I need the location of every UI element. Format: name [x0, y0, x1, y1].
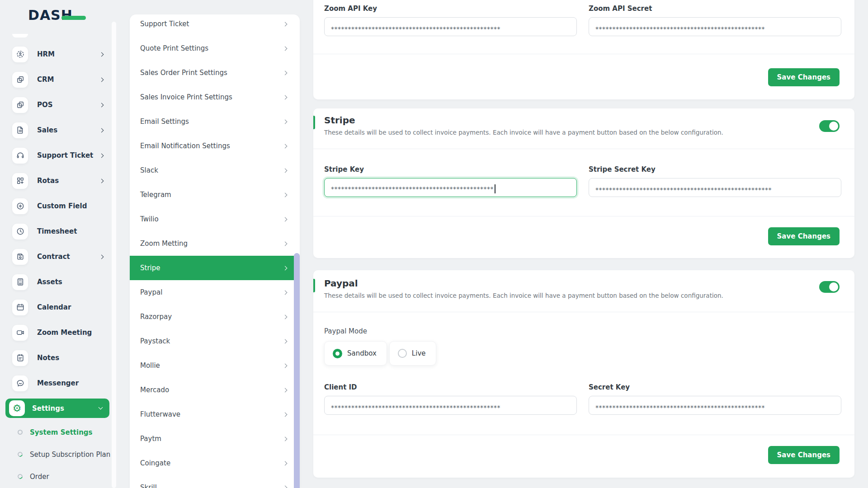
sidebar-item-label: CRM [37, 75, 100, 84]
sidebar-subitem-order[interactable]: Order [0, 465, 115, 488]
sidebar-item-sales[interactable]: Sales [0, 117, 115, 143]
settings-menu-item-flutterwave[interactable]: Flutterwave [130, 402, 300, 427]
settings-menu-item-zoom-metting[interactable]: Zoom Metting [130, 231, 300, 256]
sidebar-item-hrm[interactable]: HRM [0, 42, 115, 67]
menu-item-label: Stripe [140, 264, 160, 272]
chevron-right-icon [99, 77, 104, 82]
menu-item-label: Paytm [140, 435, 161, 443]
settings-menu-item-sales-order-print-settings[interactable]: Sales Order Print Settings [130, 61, 300, 85]
sidebar-item-contract[interactable]: Contract [0, 244, 115, 269]
paypal-settings-card: Paypal These details will be used to col… [313, 270, 854, 478]
settings-menu-item-slack[interactable]: Slack [130, 158, 300, 183]
masked-value: ****************************************… [331, 185, 494, 192]
settings-menu-item-telegram[interactable]: Telegram [130, 183, 300, 207]
sidebar-item-label: HRM [37, 50, 100, 58]
sidebar-item-label: Assets [37, 278, 103, 286]
bullet-icon [17, 451, 24, 458]
sidebar-item-assets[interactable]: Assets [0, 269, 115, 295]
settings-menu-item-email-notification-settings[interactable]: Email Notification Settings [130, 134, 300, 158]
settings-menu-item-twilio[interactable]: Twilio [130, 207, 300, 231]
chevron-right-icon [283, 436, 288, 441]
save-changes-button[interactable]: Save Changes [768, 227, 840, 245]
settings-menu-item-support-ticket[interactable]: Support Ticket [130, 14, 300, 36]
chevron-right-icon [283, 363, 288, 368]
chevron-right-icon [283, 70, 288, 75]
sidebar-item-calendar[interactable]: Calendar [0, 295, 115, 320]
sidebar-subitem-system-settings[interactable]: System Settings [0, 421, 115, 443]
circle-plus-icon [12, 198, 28, 214]
paypal-mode-live[interactable]: Live [389, 341, 436, 366]
field-label: Secret Key [589, 383, 841, 391]
paypal-secret-key-input[interactable] [589, 396, 841, 415]
menu-item-label: Twilio [140, 215, 159, 223]
toggle-knob [829, 282, 838, 291]
menu-item-label: Email Settings [140, 117, 189, 126]
save-changes-button[interactable]: Save Changes [768, 446, 840, 464]
card-title: Paypal [324, 278, 755, 289]
brand-logo[interactable]: DASH [0, 0, 115, 32]
chevron-right-icon [283, 485, 288, 488]
chevron-right-icon [99, 178, 104, 183]
zoom-fields: Zoom API Key Zoom API Secret [324, 5, 841, 36]
settings-menu-item-quote-print-settings[interactable]: Quote Print Settings [130, 36, 300, 61]
sidebar-item-crm[interactable]: CRM [0, 67, 115, 92]
menu-item-label: Mollie [140, 361, 160, 370]
zoom-api-secret-input[interactable] [589, 17, 841, 36]
save-changes-button[interactable]: Save Changes [768, 68, 840, 86]
stripe-settings-card: Stripe These details will be used to col… [313, 108, 854, 258]
menu-item-label: Slack [140, 166, 158, 174]
crm-icon [12, 72, 28, 88]
paypal-enabled-toggle[interactable] [819, 281, 840, 293]
chevron-right-icon [283, 266, 288, 270]
settings-menu-item-email-settings[interactable]: Email Settings [130, 109, 300, 134]
sidebar-item-notes[interactable]: Notes [0, 345, 115, 371]
sidebar-item-rotas[interactable]: Rotas [0, 168, 115, 193]
chevron-right-icon [99, 103, 104, 107]
sidebar-item-settings[interactable]: ⚙ Settings [5, 399, 109, 418]
stripe-key-input[interactable]: ****************************************… [324, 178, 577, 197]
radio-unselected-icon[interactable] [398, 349, 407, 358]
chat-bubble-icon [12, 375, 28, 391]
chevron-right-icon [283, 314, 288, 319]
bullet-icon [18, 430, 23, 435]
sidebar-item-support-ticket[interactable]: Support Ticket [0, 143, 115, 168]
paypal-mode-sandbox[interactable]: Sandbox [324, 341, 387, 366]
settings-menu-item-skrill[interactable]: Skrill [130, 475, 300, 488]
save-file-icon [12, 249, 28, 265]
settings-menu-item-stripe[interactable]: Stripe [130, 256, 300, 280]
settings-menu-item-paystack[interactable]: Paystack [130, 329, 300, 353]
sidebar-item-pos[interactable]: POS [0, 92, 115, 117]
chevron-right-icon [283, 461, 288, 465]
menu-item-label: Flutterwave [140, 410, 180, 418]
zoom-api-key-input[interactable] [324, 17, 577, 36]
radio-selected-icon[interactable] [333, 349, 342, 358]
paypal-client-id-input[interactable] [324, 396, 577, 415]
chevron-right-icon [99, 153, 104, 158]
menu-item-label: Quote Print Settings [140, 44, 208, 52]
settings-menu-item-coingate[interactable]: Coingate [130, 451, 300, 475]
gear-icon: ⚙ [9, 400, 25, 416]
settings-menu-item-sales-invoice-print-settings[interactable]: Sales Invoice Print Settings [130, 85, 300, 109]
stripe-enabled-toggle[interactable] [819, 120, 840, 132]
stripe-secret-key-input[interactable] [589, 178, 841, 197]
settings-menu-item-razorpay[interactable]: Razorpay [130, 305, 300, 329]
chevron-right-icon [283, 290, 288, 295]
sidebar-item-label: Notes [37, 354, 103, 362]
settings-menu-scrollbar-thumb[interactable] [294, 253, 300, 488]
divider [313, 54, 854, 54]
settings-menu-item-mercado[interactable]: Mercado [130, 378, 300, 402]
sidebar-item-label: Messenger [37, 379, 103, 387]
sidebar-item-custom-field[interactable]: Custom Field [0, 193, 115, 219]
settings-menu-item-mollie[interactable]: Mollie [130, 353, 300, 378]
menu-item-label: Telegram [140, 191, 171, 199]
settings-menu-item-paypal[interactable]: Paypal [130, 280, 300, 305]
sidebar-item-timesheet[interactable]: Timesheet [0, 219, 115, 244]
chevron-right-icon [283, 412, 288, 417]
stripe-card-footer: Save Changes [768, 227, 840, 245]
card-description: These details will be used to collect in… [324, 292, 755, 299]
stripe-card-header: Stripe These details will be used to col… [324, 108, 755, 136]
sidebar-item-zoom-meeting[interactable]: Zoom Meeting [0, 320, 115, 345]
sidebar-item-messenger[interactable]: Messenger [0, 371, 115, 396]
sidebar-subitem-setup-subscription-plan[interactable]: Setup Subscription Plan [0, 443, 115, 465]
settings-menu-item-paytm[interactable]: Paytm [130, 427, 300, 451]
